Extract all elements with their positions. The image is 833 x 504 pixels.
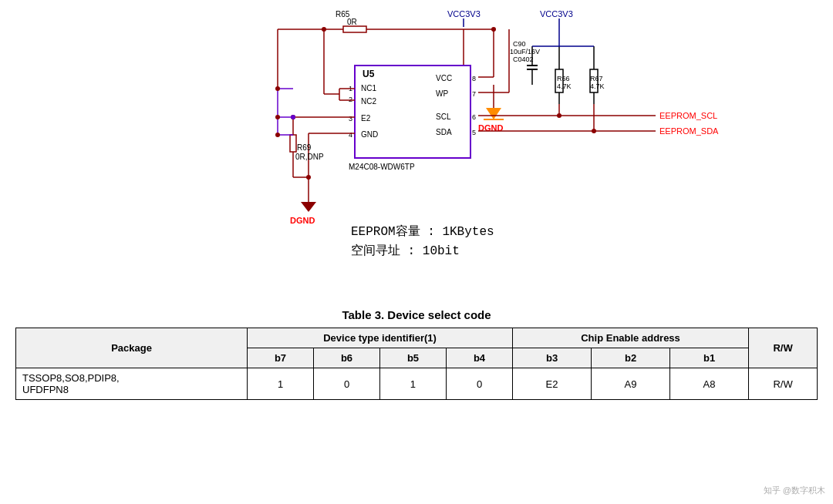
svg-text:M24C08-WDW6TP: M24C08-WDW6TP — [349, 163, 415, 171]
col-chip-enable: Chip Enable address — [513, 328, 749, 348]
svg-text:C90: C90 — [513, 40, 526, 48]
svg-text:7: 7 — [472, 90, 476, 98]
device-select-table: Package Device type identifier(1) Chip E… — [15, 328, 818, 400]
sub-col-b6: b6 — [314, 348, 380, 368]
cell-package: TSSOP8,SO8,PDIP8,UFDFPN8 — [16, 368, 248, 400]
svg-text:WP: WP — [436, 89, 448, 98]
svg-text:VCC3V3: VCC3V3 — [447, 9, 481, 18]
svg-rect-12 — [355, 66, 470, 158]
svg-text:E2: E2 — [361, 114, 371, 123]
svg-point-58 — [291, 115, 295, 119]
svg-text:0R,DNP: 0R,DNP — [295, 153, 324, 161]
svg-point-98 — [275, 86, 280, 91]
schematic-area: VCC3V3 VCC3V3 R65 0R U5 NC1 NC2 E2 GND V… — [0, 0, 833, 301]
svg-rect-7 — [343, 26, 366, 32]
svg-text:R69: R69 — [297, 143, 312, 152]
cell-b5: 1 — [379, 368, 446, 400]
svg-text:DGND: DGND — [290, 216, 315, 225]
svg-text:SDA: SDA — [436, 128, 452, 136]
svg-rect-50 — [290, 135, 296, 152]
svg-text:EEPROM_SDA: EEPROM_SDA — [659, 126, 719, 136]
sub-col-b7: b7 — [248, 348, 314, 368]
table-header-top: Package Device type identifier(1) Chip E… — [16, 328, 818, 348]
svg-marker-83 — [486, 108, 501, 119]
cell-b3: E2 — [513, 368, 592, 400]
svg-text:C0402: C0402 — [513, 55, 534, 63]
svg-text:空间寻址  :  10bit: 空间寻址 : 10bit — [351, 244, 460, 258]
col-rw: R/W — [749, 328, 818, 368]
svg-text:GND: GND — [361, 130, 378, 139]
cell-b1: A8 — [670, 368, 749, 400]
cell-b7: 1 — [248, 368, 314, 400]
sub-col-b1: b1 — [670, 348, 749, 368]
svg-text:SCL: SCL — [436, 113, 451, 121]
sub-col-b2: b2 — [592, 348, 670, 368]
svg-text:4.7K: 4.7K — [557, 82, 572, 90]
svg-text:VCC3V3: VCC3V3 — [540, 9, 573, 18]
sub-col-b5: b5 — [379, 348, 446, 368]
svg-point-53 — [306, 175, 311, 180]
cell-b6: 0 — [314, 368, 380, 400]
svg-point-99 — [275, 115, 280, 119]
sub-col-b4: b4 — [446, 348, 512, 368]
svg-point-42 — [322, 27, 326, 32]
table-area: Table 3. Device select code Package Devi… — [0, 301, 833, 504]
svg-point-90 — [557, 113, 562, 118]
table-row: TSSOP8,SO8,PDIP8,UFDFPN8 1 0 1 0 E2 A9 A… — [16, 368, 818, 400]
svg-text:2: 2 — [349, 96, 352, 103]
svg-text:U5: U5 — [363, 69, 375, 79]
svg-text:NC2: NC2 — [361, 97, 376, 106]
svg-text:3: 3 — [349, 115, 352, 123]
svg-marker-60 — [301, 202, 316, 212]
sub-col-b3: b3 — [513, 348, 592, 368]
svg-text:6: 6 — [472, 113, 476, 121]
svg-text:8: 8 — [472, 75, 476, 82]
col-package: Package — [16, 328, 248, 368]
svg-point-100 — [275, 133, 280, 137]
svg-text:NC1: NC1 — [361, 84, 376, 92]
cell-b2: A9 — [592, 368, 670, 400]
svg-point-36 — [491, 27, 496, 32]
watermark: 知乎 @数字积木 — [764, 485, 825, 496]
svg-text:5: 5 — [472, 129, 476, 136]
svg-text:0R: 0R — [347, 18, 357, 26]
svg-text:10uF/16V: 10uF/16V — [510, 48, 540, 55]
svg-text:R67: R67 — [590, 75, 603, 82]
svg-text:4: 4 — [349, 131, 352, 139]
table-title: Table 3. Device select code — [15, 308, 818, 321]
svg-text:EEPROM_SCL: EEPROM_SCL — [659, 111, 717, 120]
svg-point-95 — [592, 129, 596, 133]
svg-text:EEPROM容量  :  1KBytes: EEPROM容量 : 1KBytes — [351, 224, 494, 239]
cell-b4: 0 — [446, 368, 512, 400]
col-device-type: Device type identifier(1) — [248, 328, 513, 348]
cell-b0: R/W — [749, 368, 818, 400]
svg-text:VCC: VCC — [436, 74, 452, 82]
